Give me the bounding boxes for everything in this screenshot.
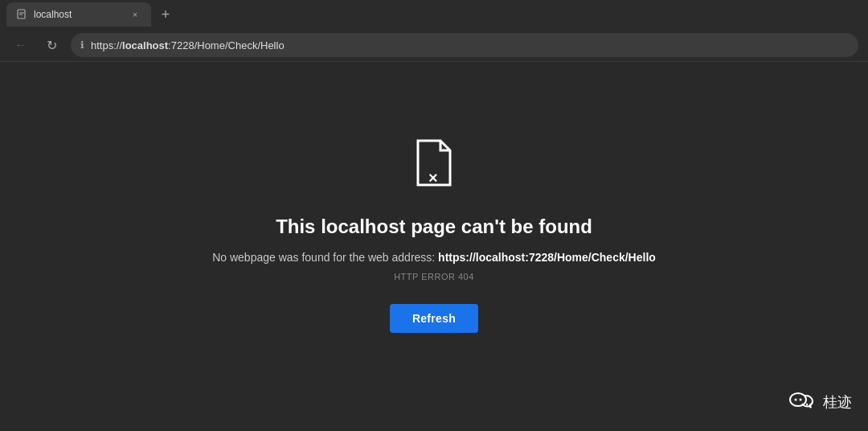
error-title: This localhost page can't be found bbox=[276, 216, 592, 238]
error-desc-url: https://localhost:7228/Home/Check/Hello bbox=[438, 251, 656, 264]
back-button[interactable]: ← bbox=[10, 34, 32, 56]
url-text: https://localhost:7228/Home/Check/Hello bbox=[91, 39, 285, 51]
svg-point-3 bbox=[795, 399, 797, 401]
active-tab[interactable]: localhost × bbox=[6, 2, 151, 27]
refresh-button[interactable]: ↻ bbox=[40, 34, 63, 56]
error-description: No webpage was found for the web address… bbox=[212, 251, 656, 264]
error-file-icon: × bbox=[406, 137, 462, 196]
url-host: localhost bbox=[122, 39, 168, 51]
svg-point-6 bbox=[809, 404, 811, 405]
svg-text:×: × bbox=[428, 169, 438, 187]
watermark-text: 桂迹 bbox=[823, 392, 852, 412]
tab-close-button[interactable]: × bbox=[129, 8, 141, 21]
secure-icon: ℹ bbox=[80, 39, 84, 51]
url-protocol: https:// bbox=[91, 39, 122, 51]
watermark: 桂迹 bbox=[788, 388, 852, 417]
new-tab-button[interactable]: + bbox=[154, 3, 177, 26]
refresh-page-button[interactable]: Refresh bbox=[390, 304, 478, 333]
address-bar: ← ↻ ℹ https://localhost:7228/Home/Check/… bbox=[0, 29, 868, 61]
error-desc-prefix: No webpage was found for the web address… bbox=[212, 251, 438, 264]
url-input[interactable]: ℹ https://localhost:7228/Home/Check/Hell… bbox=[71, 33, 858, 57]
wechat-icon bbox=[788, 388, 817, 417]
error-page-content: × This localhost page can't be found No … bbox=[0, 62, 868, 431]
tab-favicon-icon bbox=[16, 9, 27, 20]
svg-point-4 bbox=[800, 399, 802, 401]
url-path: :7228/Home/Check/Hello bbox=[168, 39, 285, 51]
tab-bar: localhost × + bbox=[0, 0, 868, 29]
browser-chrome: localhost × + ← ↻ ℹ https://localhost:72… bbox=[0, 0, 868, 62]
tab-title: localhost bbox=[34, 9, 122, 20]
svg-point-5 bbox=[806, 404, 808, 405]
http-error-code: HTTP ERROR 404 bbox=[394, 272, 474, 281]
